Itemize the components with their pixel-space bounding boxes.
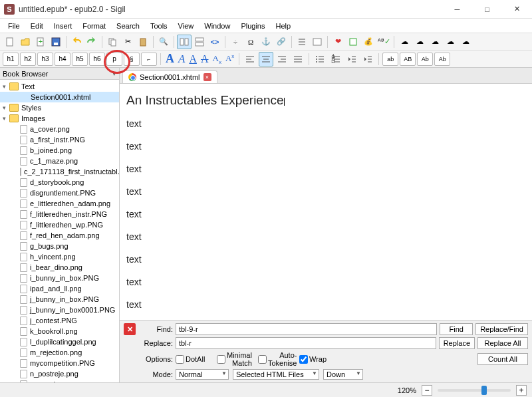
toc-icon[interactable] (295, 35, 309, 49)
menu-insert[interactable]: Insert (49, 20, 78, 32)
doc-paragraph[interactable]: text (126, 186, 525, 197)
menu-format[interactable]: Format (77, 20, 111, 32)
doc-heading[interactable]: An Instructables Experience (126, 93, 525, 108)
file-item[interactable]: i_bear_dino.png (0, 262, 119, 273)
add-icon[interactable]: + (33, 35, 48, 49)
zoom-out-button[interactable]: − (422, 385, 432, 396)
file-item[interactable]: c_1_maze.png (0, 156, 119, 166)
zoom-in-button[interactable]: + (516, 385, 527, 396)
file-item[interactable]: a_cover.png (0, 124, 119, 134)
menu-file[interactable]: File (3, 20, 25, 32)
h1-button[interactable]: h1 (3, 53, 19, 66)
cloud1-icon[interactable]: ☁ (397, 35, 412, 49)
h3-button[interactable]: h3 (37, 53, 53, 66)
list-bullet-icon[interactable] (313, 52, 327, 66)
underline-button[interactable]: A (189, 53, 197, 65)
book-view-icon[interactable] (177, 35, 192, 49)
folder-images[interactable]: ▾Images (0, 113, 119, 124)
maximize-button[interactable]: □ (472, 0, 502, 19)
doc-paragraph[interactable]: text (126, 141, 525, 152)
minimize-button[interactable]: ─ (442, 0, 472, 19)
bold-button[interactable]: A (166, 52, 174, 66)
file-item[interactable]: b_joined.png (0, 145, 119, 156)
mode-select[interactable]: Normal (176, 369, 229, 380)
file-item[interactable]: a_first_instr.PNG (0, 134, 119, 145)
h2-button[interactable]: h2 (20, 53, 36, 66)
menu-tools[interactable]: Tools (145, 20, 173, 32)
close-button[interactable]: ✕ (502, 0, 532, 19)
new-icon[interactable] (3, 35, 17, 49)
metadata-icon[interactable] (310, 35, 325, 49)
document-editor[interactable]: An Instructables Experiencetexttexttextt… (120, 84, 532, 320)
menu-window[interactable]: Window (199, 20, 235, 32)
file-item[interactable]: m_rejection.png (0, 347, 119, 358)
h4-button[interactable]: h4 (55, 53, 70, 66)
zoom-slider[interactable] (438, 389, 511, 392)
undo-icon[interactable] (69, 35, 84, 49)
file-item[interactable]: f_red_hen_adam.png (0, 230, 119, 241)
open-icon[interactable] (18, 35, 33, 49)
file-item[interactable]: k_bookroll.png (0, 326, 119, 336)
doc-paragraph[interactable]: text (126, 118, 525, 129)
align-center-icon[interactable] (259, 52, 273, 66)
uppercase-button[interactable]: AB (400, 53, 416, 66)
special-char-icon[interactable]: Ω (243, 35, 258, 49)
copy-icon[interactable] (105, 35, 120, 49)
h5-button[interactable]: h5 (72, 53, 88, 66)
wrap-checkbox[interactable]: Wrap (299, 351, 334, 367)
split-marker-icon[interactable]: ÷ (228, 35, 243, 49)
minimal-checkbox[interactable]: Minimal Match (217, 351, 251, 367)
file-item[interactable]: mycompetition.PNG (0, 358, 119, 368)
align-justify-icon[interactable] (291, 52, 305, 66)
doc-paragraph[interactable]: text (126, 164, 525, 174)
strike-button[interactable]: A (201, 53, 209, 65)
save-icon[interactable] (49, 35, 63, 49)
anchor-icon[interactable]: ⚓ (259, 35, 273, 49)
doc-paragraph[interactable]: text (126, 254, 525, 265)
doc-paragraph[interactable]: text (126, 277, 525, 287)
find-input[interactable] (176, 323, 437, 335)
file-item[interactable]: j_bunny_in_box0001.PNG (0, 305, 119, 315)
scope-select[interactable]: Selected HTML Files (233, 369, 319, 380)
menu-search[interactable]: Search (111, 20, 145, 32)
redo-icon[interactable] (84, 35, 99, 49)
tab-close-icon[interactable]: × (203, 73, 211, 81)
split-view-icon[interactable] (192, 35, 207, 49)
validate-icon[interactable]: ❤ (331, 35, 345, 49)
cloud2-icon[interactable]: ☁ (412, 35, 427, 49)
file-tree[interactable]: ▾TextSection0001.xhtml▾Styles▾Imagesa_co… (0, 80, 119, 382)
superscript-button[interactable]: Ax (225, 53, 234, 64)
titlecase-button[interactable]: Ab (417, 53, 433, 66)
doc-paragraph[interactable]: text (126, 299, 525, 310)
folder-text[interactable]: ▾Text (0, 81, 119, 92)
file-item[interactable]: f_littleredhen_instr.PNG (0, 209, 119, 219)
file-item[interactable]: h_vincent.png (0, 251, 119, 262)
outdent-icon[interactable] (344, 52, 359, 66)
menu-help[interactable]: Help (270, 20, 296, 32)
auto-tokenise-checkbox[interactable]: Auto-Tokenise (258, 351, 293, 367)
direction-select[interactable]: Down (323, 369, 363, 380)
list-number-icon[interactable]: 123 (329, 52, 343, 66)
indent-icon[interactable] (360, 52, 375, 66)
file-item[interactable]: j_bunny_in_box.PNG (0, 294, 119, 305)
paragraph-button[interactable]: p (106, 53, 122, 66)
subscript-button[interactable]: Ax (213, 53, 221, 65)
paste-icon[interactable] (136, 35, 150, 49)
cloud4-icon[interactable]: ☁ (443, 35, 458, 49)
file-item[interactable]: Section0001.xhtml (0, 92, 119, 102)
count-all-button[interactable]: Count All (477, 353, 528, 365)
code-view-icon[interactable]: <> (207, 35, 222, 49)
file-item[interactable]: ipad_and_ll.png (0, 283, 119, 294)
file-item[interactable]: disgruntlement.PNG (0, 188, 119, 198)
align-right-icon[interactable] (275, 52, 289, 66)
file-item[interactable]: c_2_171118_first_instructabl... (0, 166, 119, 177)
find-button[interactable]: Find (440, 323, 473, 335)
find-close-icon[interactable]: ✕ (124, 323, 136, 335)
spellcheck-icon[interactable]: ᴬᴮ✓ (376, 35, 391, 49)
folder-styles[interactable]: ▾Styles (0, 102, 119, 113)
file-item[interactable]: f_littleredhen_wp.PNG (0, 219, 119, 230)
file-item[interactable]: i_bunny_in_box.PNG (0, 273, 119, 283)
tab-section0001[interactable]: Section0001.xhtml × (122, 70, 217, 83)
file-item[interactable]: d_storybook.png (0, 177, 119, 188)
link-icon[interactable]: 🔗 (274, 35, 289, 49)
